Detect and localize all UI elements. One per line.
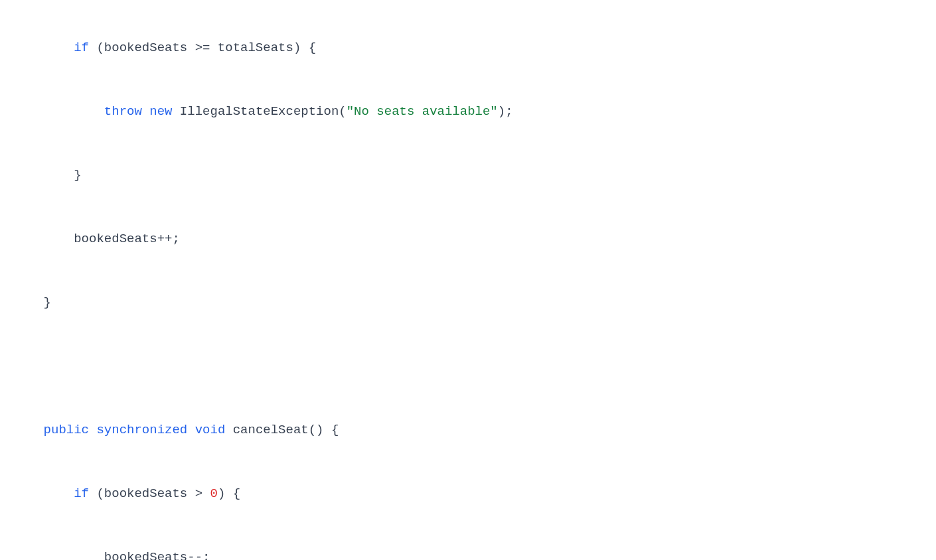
code-block: if (bookedSeats >= totalSeats) { throw n…	[0, 0, 936, 560]
keyword-if: if	[74, 486, 89, 501]
keyword-if: if	[74, 40, 89, 55]
keyword-throw: throw	[104, 104, 142, 119]
code-line: }	[13, 159, 923, 191]
code-line: bookedSeats--;	[13, 541, 923, 560]
keyword-void: void	[195, 423, 226, 437]
code-line: bookedSeats++;	[13, 223, 923, 255]
code-line: throw new IllegalStateException("No seat…	[13, 96, 923, 127]
string-literal: "No seats available"	[347, 104, 498, 119]
code-line: public synchronized void cancelSeat() {	[13, 414, 923, 446]
keyword-new: new	[149, 104, 172, 119]
code-line: if (bookedSeats >= totalSeats) {	[13, 32, 923, 64]
keyword-public: public	[44, 423, 89, 437]
code-line: if (bookedSeats > 0) {	[13, 478, 923, 510]
code-line: }	[13, 287, 923, 318]
number-literal: 0	[210, 486, 217, 501]
keyword-synchronized: synchronized	[96, 423, 187, 437]
